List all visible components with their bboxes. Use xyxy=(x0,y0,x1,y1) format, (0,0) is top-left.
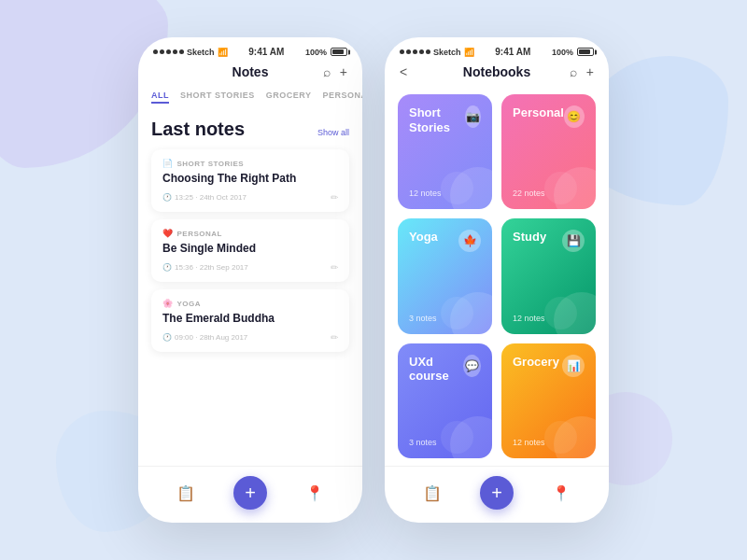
tab-short-stories[interactable]: SHORT STORIES xyxy=(180,91,255,104)
search-icon[interactable]: ⌕ xyxy=(323,64,331,79)
notebook-card-4[interactable]: UXd course 💬 3 notes xyxy=(398,343,492,458)
notebook-top-1: Personal 😊 xyxy=(513,105,585,128)
notes-phone: Sketch 📶 9:41 AM 100% Notes ⌕ + ALL SHOR… xyxy=(138,37,362,523)
notes-body: Last notes Show all 📄 SHORT STORIES Choo… xyxy=(138,111,362,466)
notebooks-header: < Notebooks ⌕ + xyxy=(385,61,609,87)
nb-battery-fill xyxy=(579,49,590,54)
nb-add-icon[interactable]: + xyxy=(586,64,594,79)
note-card-2[interactable]: 🌸 YOGA The Emerald Buddha 🕐 09:00 · 28th… xyxy=(151,289,349,352)
nb-time-display: 9:41 AM xyxy=(495,47,530,57)
notebook-name-2: Yoga xyxy=(409,230,438,245)
note-edit-icon-1[interactable]: ✏ xyxy=(331,262,338,273)
notebook-deco2-3 xyxy=(544,297,577,329)
notes-bottom-nav: 📋 + 📍 xyxy=(138,466,362,523)
notebook-name-4: UXd course xyxy=(409,355,463,384)
notebook-deco2-4 xyxy=(441,421,473,454)
nb-wifi-icon: 📶 xyxy=(464,48,474,57)
section-title: Last notes xyxy=(151,119,245,140)
show-all-link[interactable]: Show all xyxy=(317,128,349,137)
status-left: Sketch 📶 xyxy=(153,48,228,57)
wifi-icon: 📶 xyxy=(218,48,228,57)
note-category-2: 🌸 YOGA xyxy=(162,299,338,308)
tab-personal[interactable]: PERSONAL xyxy=(323,91,362,104)
note-category-0: 📄 SHORT STORIES xyxy=(162,159,338,168)
note-footer-0: 🕐 13:25 · 24th Oct 2017 ✏ xyxy=(162,192,338,203)
notes-tabs: ALL SHORT STORIES GROCERY PERSONAL ST xyxy=(138,87,362,111)
notebook-top-3: Study 💾 xyxy=(513,230,585,252)
notebook-card-0[interactable]: Short Stories 📷 12 notes xyxy=(398,94,492,209)
nb-nav-location-icon[interactable]: 📍 xyxy=(552,484,571,502)
nb-nav-notes-icon[interactable]: 📋 xyxy=(423,484,442,502)
add-note-icon[interactable]: + xyxy=(340,64,347,79)
note-category-1: ❤️ PERSONAL xyxy=(162,229,338,238)
nav-location-icon[interactable]: 📍 xyxy=(305,484,324,502)
nb-signal-dot xyxy=(413,49,417,54)
nav-notes-icon[interactable]: 📋 xyxy=(176,484,195,502)
nb-signal-dot xyxy=(419,49,424,54)
note-time-2: 🕐 09:00 · 28th Aug 2017 xyxy=(162,333,247,342)
notebook-name-3: Study xyxy=(513,230,546,245)
note-footer-2: 🕐 09:00 · 28th Aug 2017 ✏ xyxy=(162,332,338,343)
notebooks-status-bar: Sketch 📶 9:41 AM 100% xyxy=(385,37,609,61)
notebook-emoji-1: 😊 xyxy=(564,105,585,128)
note-title-0: Choosing The Right Path xyxy=(162,172,338,185)
note-cat-icon-0: 📄 xyxy=(162,159,174,168)
note-cat-icon-2: 🌸 xyxy=(162,299,174,308)
notebooks-title: Notebooks xyxy=(463,64,530,79)
nb-status-left: Sketch 📶 xyxy=(400,48,474,57)
signal-dots xyxy=(153,49,184,54)
battery-label: 100% xyxy=(305,48,327,57)
clock-icon-0: 🕐 xyxy=(162,193,172,202)
note-title-1: Be Single Minded xyxy=(162,242,338,255)
note-category-label-2: YOGA xyxy=(177,300,202,308)
note-card-1[interactable]: ❤️ PERSONAL Be Single Minded 🕐 15:36 · 2… xyxy=(151,219,349,282)
notebook-name-0: Short Stories xyxy=(409,105,465,134)
nb-header-icons: ⌕ + xyxy=(570,64,594,79)
notebook-card-5[interactable]: Grocery 📊 12 notes xyxy=(501,343,596,458)
note-category-label-1: PERSONAL xyxy=(177,230,222,238)
notebook-top-0: Short Stories 📷 xyxy=(409,105,481,134)
clock-icon-2: 🕐 xyxy=(162,333,172,342)
note-edit-icon-0[interactable]: ✏ xyxy=(331,192,338,203)
notes-title: Notes xyxy=(233,64,269,79)
notes-header: Notes ⌕ + xyxy=(138,61,362,87)
nav-add-button[interactable]: + xyxy=(233,476,267,510)
notebook-emoji-2: 🍁 xyxy=(458,230,481,252)
tab-all[interactable]: ALL xyxy=(151,91,169,104)
phones-container: Sketch 📶 9:41 AM 100% Notes ⌕ + ALL SHOR… xyxy=(138,37,609,523)
notebook-deco2-2 xyxy=(441,297,473,329)
notebook-card-2[interactable]: Yoga 🍁 3 notes xyxy=(398,218,492,333)
nb-carrier-label: Sketch xyxy=(433,48,461,57)
note-cat-icon-1: ❤️ xyxy=(162,229,174,238)
nb-signal-dot xyxy=(406,49,411,54)
nb-battery-label: 100% xyxy=(552,48,573,57)
notebook-top-2: Yoga 🍁 xyxy=(409,230,481,252)
note-time-0: 🕐 13:25 · 24th Oct 2017 xyxy=(162,193,247,202)
nb-status-right: 100% xyxy=(552,48,594,57)
notebook-card-1[interactable]: Personal 😊 22 notes xyxy=(501,94,596,209)
notebook-top-4: UXd course 💬 xyxy=(409,355,481,384)
notebook-emoji-0: 📷 xyxy=(465,105,482,128)
notebooks-grid: Short Stories 📷 12 notes Personal 😊 22 n… xyxy=(385,87,609,466)
notebooks-bottom-nav: 📋 + 📍 xyxy=(385,466,609,523)
time-display: 9:41 AM xyxy=(248,47,284,57)
nb-nav-add-button[interactable]: + xyxy=(480,476,514,510)
signal-dot xyxy=(153,49,158,54)
last-notes-header: Last notes Show all xyxy=(151,119,349,140)
note-edit-icon-2[interactable]: ✏ xyxy=(331,332,338,343)
header-icons: ⌕ + xyxy=(323,64,347,79)
note-card-0[interactable]: 📄 SHORT STORIES Choosing The Right Path … xyxy=(151,149,349,212)
notes-status-bar: Sketch 📶 9:41 AM 100% xyxy=(138,37,362,61)
note-title-2: The Emerald Buddha xyxy=(162,312,338,325)
notebook-deco2-5 xyxy=(544,421,577,454)
notebook-name-5: Grocery xyxy=(513,355,559,370)
notebook-emoji-4: 💬 xyxy=(463,355,481,377)
battery-fill xyxy=(332,49,344,54)
signal-dot xyxy=(166,49,171,54)
nb-search-icon[interactable]: ⌕ xyxy=(570,64,577,79)
tab-grocery[interactable]: GROCERY xyxy=(266,91,312,104)
back-button[interactable]: < xyxy=(400,64,407,79)
notebook-emoji-3: 💾 xyxy=(562,230,585,252)
battery-icon xyxy=(331,48,347,56)
notebook-card-3[interactable]: Study 💾 12 notes xyxy=(501,218,596,333)
